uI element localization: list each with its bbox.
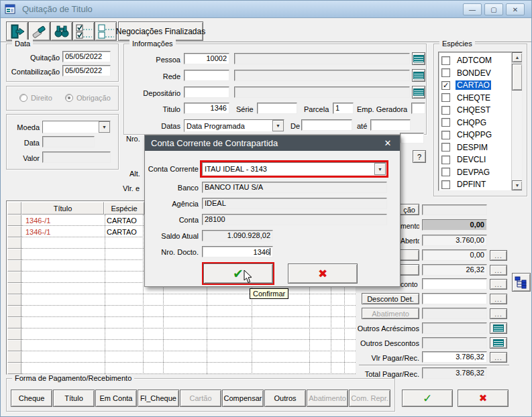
vlr-pagar-field[interactable]: 3.786,32	[422, 351, 487, 363]
rede-code-field[interactable]	[184, 70, 229, 81]
grid-row-selector[interactable]	[7, 294, 21, 306]
forma-button-em-conta[interactable]: Em Conta	[95, 390, 137, 407]
exit-button[interactable]	[6, 21, 28, 41]
desconto-det-detail-button[interactable]: ...	[490, 294, 507, 304]
grid-row[interactable]	[21, 363, 356, 374]
checkbox-checked-icon[interactable]: ✓	[441, 81, 450, 90]
especies-item[interactable]: CHQPPG	[439, 129, 510, 141]
grid-cell-titulo[interactable]: 1346-/1	[25, 228, 50, 236]
especies-item[interactable]: CHEQTE	[439, 92, 510, 105]
de-field[interactable]	[301, 119, 352, 131]
datas-combobox[interactable]: Data Programada ▼	[184, 119, 284, 132]
parcela-field[interactable]: 1	[333, 103, 354, 114]
outros-descontos-list-button[interactable]	[490, 337, 507, 349]
especies-item[interactable]: CHQPG	[439, 117, 510, 129]
forma-button-fl-cheque[interactable]: Fl_Cheque	[138, 390, 179, 407]
maximize-button[interactable]: ▢	[484, 3, 503, 15]
grid-header-titulo[interactable]: Título	[21, 202, 104, 215]
grid-row[interactable]	[21, 317, 356, 329]
especies-item[interactable]: DPFINT	[439, 178, 510, 191]
clear-button[interactable]	[28, 21, 50, 41]
grid-row-selector[interactable]	[7, 237, 21, 249]
desconto-det-field[interactable]	[422, 293, 487, 304]
nro-docto-field[interactable]: 1346	[202, 246, 273, 257]
especies-item[interactable]: CHQEST	[439, 104, 510, 117]
abatimento-button[interactable]: Abatimento	[362, 308, 419, 319]
especies-item-label[interactable]: BONDEV	[456, 68, 492, 78]
grid-cell-titulo[interactable]: 1346-/1	[25, 217, 50, 225]
desconto-detail-button[interactable]: ...	[490, 279, 507, 290]
pessoa-code-field[interactable]: 10002	[184, 53, 229, 64]
especies-item-label[interactable]: CHQPPG	[456, 130, 493, 139]
depositario-code-field[interactable]	[184, 86, 229, 98]
grid-row-selector[interactable]	[7, 226, 21, 237]
negociacoes-finalizadas-button[interactable]: Negociações Finalizadas	[118, 21, 203, 41]
forma-button-compensar[interactable]: Compensar	[222, 390, 264, 407]
juros-detail-button[interactable]: ...	[490, 250, 507, 261]
especies-item[interactable]: ✓CARTAO	[439, 79, 510, 92]
obrigacao-radio[interactable]: Obrigação	[65, 94, 111, 102]
direito-radio[interactable]: Direito	[19, 94, 52, 102]
moeda-combobox[interactable]: ▼	[42, 121, 111, 133]
minimize-button[interactable]: —	[463, 3, 482, 15]
multa-button-fragment[interactable]	[399, 264, 419, 276]
dialog-cancel-button[interactable]: ✖	[288, 263, 358, 284]
close-button[interactable]: ✕	[506, 3, 525, 15]
grid-row[interactable]	[21, 329, 356, 340]
vlr-pagar-detail-button[interactable]: ...	[490, 352, 507, 363]
grid-row-selector[interactable]	[7, 340, 21, 351]
forma-button-cheque[interactable]: Cheque	[11, 390, 52, 407]
especies-item-label[interactable]: CHEQTE	[456, 93, 492, 103]
desconto-det-button[interactable]: Desconto Det.	[362, 293, 419, 304]
uncheck-all-button[interactable]	[95, 21, 117, 41]
rede-lookup-button[interactable]	[412, 69, 425, 82]
especies-item-label[interactable]: DEVPAG	[456, 168, 491, 177]
dialog-confirm-button[interactable]: ✔	[203, 263, 273, 284]
grid-row[interactable]	[21, 351, 356, 363]
grid-row-selector[interactable]	[7, 329, 21, 340]
abatimento-detail-button[interactable]: ...	[490, 308, 507, 319]
grid-row[interactable]	[21, 340, 356, 351]
especies-item[interactable]: DEVPAG	[439, 166, 510, 179]
forma-button-outros[interactable]: Outros	[264, 390, 306, 407]
grid-cell-especie[interactable]: CARTAO	[107, 217, 137, 225]
forma-button-com-repr-[interactable]: Com. Repr.	[349, 390, 390, 407]
scroll-down-icon[interactable]: ▼	[512, 180, 523, 190]
forma-button-abatimento[interactable]: Abatimento	[307, 390, 348, 407]
contabilizacao-date-field[interactable]: 05/05/2022	[62, 65, 111, 76]
grid-row-selector[interactable]	[7, 260, 21, 272]
grid-row-selector[interactable]	[7, 351, 21, 363]
especies-scrollbar[interactable]: ▲ ▼	[511, 52, 522, 190]
quitacao-date-field[interactable]: 05/05/2022	[62, 51, 111, 62]
emp-geradora-field[interactable]	[411, 103, 425, 114]
checkbox-icon[interactable]	[441, 156, 450, 164]
checkbox-icon[interactable]	[441, 143, 450, 152]
confirm-button[interactable]: ✓	[402, 390, 453, 407]
checkbox-icon[interactable]	[441, 168, 450, 176]
checkbox-icon[interactable]	[441, 118, 450, 127]
dialog-close-icon[interactable]: ✕	[381, 137, 394, 149]
grid-row[interactable]	[21, 306, 356, 317]
titulo-field[interactable]: 1346	[184, 103, 229, 114]
desconto-field[interactable]	[422, 278, 487, 290]
nro-field-fragment[interactable]	[400, 133, 424, 143]
checkbox-icon[interactable]	[441, 106, 450, 115]
cancel-button[interactable]: ✖	[458, 390, 509, 407]
especies-item[interactable]: ADTCOM	[439, 54, 510, 67]
grid-cell-especie[interactable]: CARTAO	[107, 228, 137, 236]
forma-button-cart-o[interactable]: Cartão	[180, 390, 221, 407]
checkbox-icon[interactable]	[441, 180, 450, 189]
especies-item-label[interactable]: CHQPG	[456, 118, 488, 127]
especies-item-label[interactable]: CARTAO	[456, 80, 491, 90]
forma-button-t-tulo[interactable]: Título	[53, 390, 95, 407]
cao-button-fragment[interactable]: ção	[399, 204, 419, 215]
tree-button[interactable]	[512, 273, 531, 292]
especies-item-label[interactable]: DESPIM	[456, 143, 489, 152]
grid-row-selector[interactable]	[7, 363, 21, 374]
multa-detail-button[interactable]: ...	[490, 265, 507, 276]
help-question-button[interactable]: ?	[413, 150, 426, 163]
conta-corrente-combobox[interactable]: ITAU IDEAL - 3143 ▼	[202, 162, 386, 176]
especies-item-label[interactable]: CHQEST	[456, 105, 492, 115]
checkbox-icon[interactable]	[441, 131, 450, 139]
especies-listbox[interactable]: ADTCOMBONDEV✓CARTAOCHEQTECHQESTCHQPGCHQP…	[438, 52, 523, 191]
